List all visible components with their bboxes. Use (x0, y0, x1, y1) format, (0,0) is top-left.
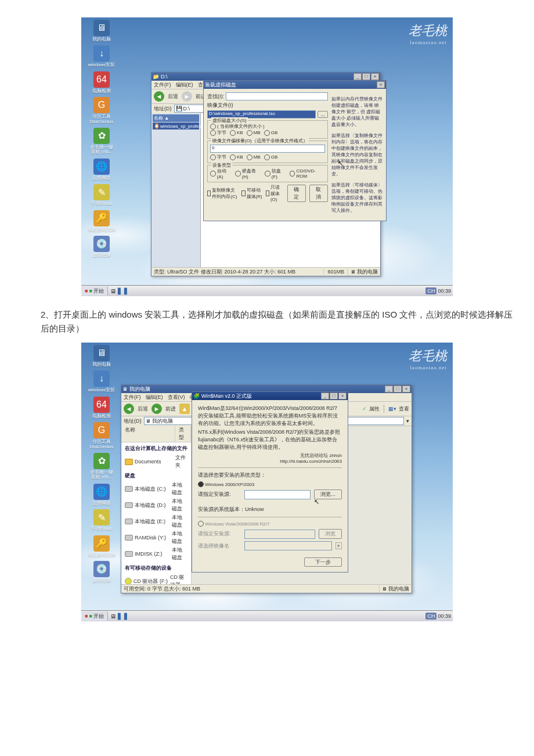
taskbar[interactable]: ■■ 开始 🖥 ▋ ▋ CH 00:39 (81, 610, 453, 621)
quicklaunch-icon[interactable]: 🖥 (110, 613, 116, 620)
minimize-button[interactable]: _ (385, 386, 393, 393)
list-item[interactable]: 本地磁盘 (C:)本地磁盘 (121, 481, 191, 497)
explorer-sidepane[interactable]: 名称 ▲ ◉ windows_xp_professional.iso (151, 113, 201, 268)
radio-byte2[interactable]: 字节 (210, 154, 226, 160)
close-button[interactable]: × (338, 393, 347, 399)
list-item[interactable]: RAMDisk (Y:)本地磁盘 (121, 530, 191, 546)
lookin-input[interactable] (226, 92, 328, 100)
next-button[interactable]: 下一步 (304, 557, 342, 567)
start-button[interactable]: ■■ 开始 (81, 611, 108, 621)
desktop-icon-diskgenius[interactable]: G分区工具DiskGenius (85, 97, 118, 124)
radio-winxp[interactable]: Windows 2000/XP/2003 (198, 481, 254, 487)
radio-gb2[interactable]: GB (264, 154, 278, 160)
back-button[interactable]: ◄ (124, 404, 134, 414)
minimize-button[interactable]: _ (353, 73, 362, 80)
offset-input[interactable]: 0 (210, 145, 325, 153)
desktop-icon-my-computer[interactable]: 🖥我的电脑 (85, 345, 118, 367)
browse-icon-button[interactable]: ... (317, 111, 328, 118)
chk-readonly[interactable]: 只读媒体(O) (266, 184, 284, 202)
desktop-icon-manual-ghost[interactable]: ✎手动Ghost (85, 184, 118, 206)
desktop-icon-windows-install[interactable]: ↓windows安装 (85, 45, 118, 67)
dropdown-icon[interactable]: ▾ (406, 418, 409, 424)
tray-lang[interactable]: CH (425, 613, 436, 620)
winsman-dialog[interactable]: 🧩 Win$Man v2.0 正式版 _ □ × Win$Man是32/64位W… (192, 391, 348, 573)
minimize-button[interactable]: _ (321, 393, 329, 399)
list-item[interactable]: Documents 文件夹 (121, 453, 191, 470)
radio-option[interactable]: 硬盘卷(H) (235, 168, 261, 179)
explorer-titlebar[interactable]: 📁 D:\ _ □ × (151, 73, 380, 81)
col-name[interactable]: 名称 (121, 426, 175, 442)
desktop-icon-onekey-ghost[interactable]: ✿老毛桃一键装机 V6L.. (85, 453, 118, 480)
explorer-title: D:\ (161, 74, 353, 80)
menu-item[interactable]: 编辑(E) (146, 394, 163, 401)
quicklaunch-icon[interactable]: ▋ (124, 613, 129, 620)
maximize-button[interactable]: □ (362, 73, 370, 80)
list-item[interactable]: 本地磁盘 (D:)本地磁盘 (121, 497, 191, 513)
start-button[interactable]: ■■ 开始 (81, 286, 108, 296)
maximize-button[interactable]: □ (394, 386, 402, 393)
radio-option[interactable]: 软盘(F) (265, 168, 286, 179)
radio-mb[interactable]: MB (247, 130, 261, 136)
sidepane-file-item[interactable]: ◉ windows_xp_professional.iso (153, 123, 199, 129)
quicklaunch-icon[interactable]: ▋ (118, 613, 122, 620)
radio-kb[interactable]: KB (230, 130, 243, 136)
desktop-icon-onekey-ghost[interactable]: ✿老毛桃一键装机 V6L.. (85, 128, 118, 155)
chk-removable[interactable]: 可移动媒体(R) (241, 187, 262, 200)
close-button[interactable]: × (402, 386, 410, 393)
device-type-radios[interactable]: 自动(A)硬盘卷(H)软盘(F)CD/DVD-ROM (210, 168, 325, 179)
system-tray[interactable]: CH 00:39 (424, 613, 453, 620)
mount-dialog[interactable]: 装载虚拟磁盘 × 查找(I): 映像文件(I) D:\windows_xp_pr… (203, 80, 387, 221)
views-icon[interactable]: ▦▾ (388, 406, 396, 412)
browse-button[interactable]: 浏览... (314, 489, 342, 499)
explorer-listview[interactable]: 名称 类型 在这台计算机上存储的文件 Documents 文件夹 硬盘 本地磁盘… (121, 426, 192, 585)
ok-button[interactable]: 确定 (287, 185, 306, 202)
close-button[interactable]: × (371, 73, 379, 80)
desktop-icon-virtual-cd[interactable]: 💿虚拟光驱 (85, 561, 118, 583)
source-input[interactable] (244, 490, 311, 499)
desktop-icon-pc-check[interactable]: 64电脑检测 (85, 71, 118, 93)
up-button[interactable]: ▲ (179, 404, 190, 414)
radio-option[interactable]: 自动(A) (210, 168, 232, 179)
desktop-icon-my-computer[interactable]: 🖥我的电脑 (85, 20, 118, 42)
forward-button[interactable]: ► (182, 91, 192, 102)
radio-vista[interactable]: Windows Vista/2008/2008 R2/7 (198, 521, 269, 527)
radio-current-size[interactable]: ( 当前映像文件的大小 ) (210, 123, 265, 129)
radio-gb[interactable]: GB (264, 130, 278, 136)
properties-icon[interactable]: ✓ (362, 406, 367, 412)
radio-byte[interactable]: 字节 (210, 129, 226, 136)
desktop-icon-enable-net[interactable]: 🌐启用网络 (85, 484, 118, 506)
desktop-icon-pwd-clear[interactable]: 🔑系统密码清除 (85, 535, 118, 557)
cancel-button[interactable]: 取消 (309, 185, 328, 202)
radio-kb2[interactable]: KB (230, 154, 243, 160)
quicklaunch-icon[interactable]: 🖥 (110, 288, 116, 294)
menu-item[interactable]: 查看(V) (168, 394, 185, 401)
desktop-icon-pwd-clear[interactable]: 🔑系统密码清除 (85, 210, 118, 232)
chk-copy-mem[interactable]: 复制映像文件到内存(C) (207, 187, 238, 200)
list-item[interactable]: CD 驱动器 (F:)CD 驱动器 (121, 573, 191, 585)
source-version: 安装源的系统版本：Unknow (198, 506, 342, 513)
list-item[interactable]: IMDISK (Z:)本地磁盘 (121, 546, 191, 562)
list-item[interactable]: 本地磁盘 (E:)本地磁盘 (121, 513, 191, 530)
menu-item[interactable]: 编辑(E) (176, 81, 193, 89)
back-button[interactable]: ◄ (154, 91, 164, 102)
desktop-icon-virtual-cd[interactable]: 💿虚拟光驱 (85, 236, 118, 258)
col-type[interactable]: 类型 (175, 426, 191, 442)
desktop-icon-manual-ghost[interactable]: ✎手动Ghost (85, 509, 118, 531)
quicklaunch-icon[interactable]: ▋ (118, 288, 122, 294)
maximize-button[interactable]: □ (330, 393, 338, 399)
menu-item[interactable]: 文件(F) (124, 394, 141, 401)
tray-lang[interactable]: CH (425, 287, 436, 294)
quicklaunch-icon[interactable]: ▋ (124, 288, 129, 294)
system-tray[interactable]: CH 00:39 (424, 287, 453, 294)
desktop-icon-windows-install[interactable]: ↓windows安装 (85, 370, 118, 393)
dialog-titlebar[interactable]: 装载虚拟磁盘 × (204, 81, 386, 89)
dialog-close-button[interactable]: × (377, 81, 385, 88)
desktop-icon-pc-check[interactable]: 64电脑检测 (85, 397, 118, 419)
desktop-icon-enable-net[interactable]: 🌐启用网络 (85, 159, 118, 181)
forward-button[interactable]: ► (151, 404, 162, 414)
radio-option[interactable]: CD/DVD-ROM (290, 168, 325, 179)
radio-mb2[interactable]: MB (247, 154, 261, 160)
menu-item[interactable]: 文件(F) (154, 81, 171, 89)
desktop-icon-diskgenius[interactable]: G分区工具DiskGenius (85, 422, 118, 449)
taskbar[interactable]: ■■ 开始 🖥 ▋ ▋ CH 00:39 (81, 285, 453, 296)
